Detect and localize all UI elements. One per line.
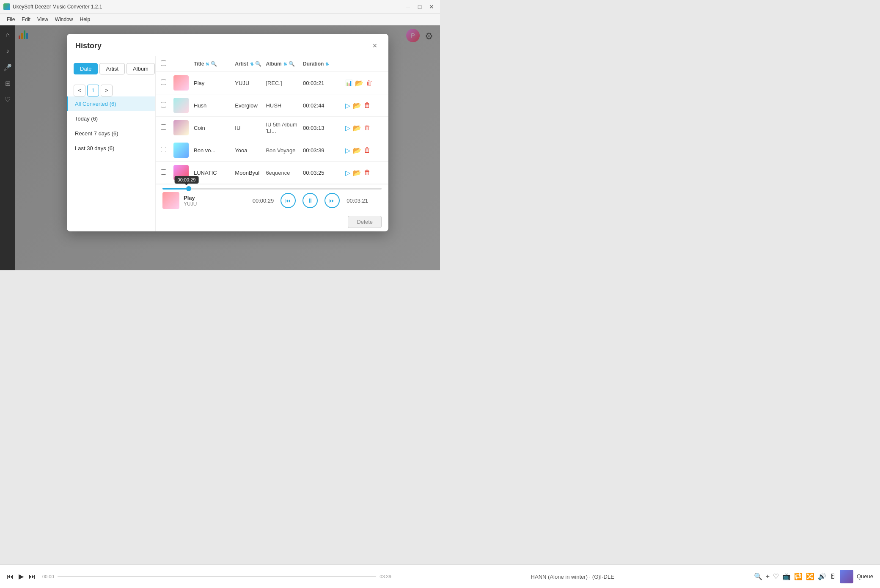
sidebar: ⌂ ♪ 🎤 ⊞ ♡	[0, 25, 15, 270]
row3-artist: IU	[235, 125, 266, 131]
pagination: < 1 >	[67, 85, 155, 96]
row1-delete-icon[interactable]: 🗑	[366, 79, 373, 87]
row5-play-icon[interactable]: ▷	[345, 169, 350, 177]
menu-view[interactable]: View	[34, 15, 52, 24]
album-search-icon[interactable]: 🔍	[289, 61, 295, 67]
row5-album: 6equence	[266, 170, 303, 176]
maximize-button[interactable]: □	[415, 2, 425, 12]
prev-track-button[interactable]: ⏮	[280, 193, 296, 208]
nav-all-converted[interactable]: All Converted (6)	[67, 96, 155, 111]
row5-checkbox[interactable]	[161, 169, 166, 175]
delete-button[interactable]: Delete	[348, 216, 382, 228]
background: ⚙ P History ×	[15, 25, 440, 270]
row2-checkbox[interactable]	[161, 102, 166, 107]
row5-title: LUNATIC	[194, 170, 235, 176]
row5-actions: ▷ 📂 🗑	[345, 169, 383, 177]
row3-folder-icon[interactable]: 📂	[353, 124, 361, 132]
row1-album: [REC.]	[266, 80, 303, 86]
window-controls: ─ □ ✕	[403, 2, 437, 12]
row1-title: Play	[194, 80, 235, 86]
filter-artist-tab[interactable]: Artist	[99, 63, 125, 74]
table-row: Hush Everglow HUSH 00:02:44 ▷ 📂 🗑	[156, 94, 388, 117]
nav-today[interactable]: Today (6)	[67, 111, 155, 126]
sidebar-mic-icon[interactable]: 🎤	[1, 61, 14, 74]
row3-checkbox[interactable]	[161, 124, 166, 130]
row1-thumb	[173, 75, 190, 91]
menu-file[interactable]: File	[3, 15, 18, 24]
sidebar-heart-icon[interactable]: ♡	[1, 93, 14, 106]
header-album: Album ⇅ 🔍	[266, 61, 303, 67]
row3-play-icon[interactable]: ▷	[345, 124, 350, 132]
row3-delete-icon[interactable]: 🗑	[364, 124, 371, 132]
row1-checkbox[interactable]	[161, 80, 166, 85]
menu-help[interactable]: Help	[77, 15, 94, 24]
row4-album: Bon Voyage	[266, 147, 303, 154]
next-page-button[interactable]: >	[101, 85, 113, 96]
progress-track[interactable]	[162, 188, 382, 190]
row3-duration: 00:03:13	[303, 125, 345, 131]
title-sort-icon[interactable]: ⇅	[206, 62, 209, 66]
menu-edit[interactable]: Edit	[18, 15, 34, 24]
app-title: UkeySoft Deezer Music Converter 1.2.1	[13, 4, 403, 10]
row2-thumb	[173, 98, 190, 113]
history-modal: History × Date Artist Album	[67, 34, 388, 231]
next-track-button[interactable]: ⏭	[324, 193, 340, 208]
header-title: Title ⇅ 🔍	[194, 61, 235, 67]
player-current-title: Play	[184, 195, 197, 201]
menu-window[interactable]: Window	[52, 15, 77, 24]
header-duration: Duration ⇅	[303, 61, 345, 67]
row4-play-icon[interactable]: ▷	[345, 146, 350, 154]
filter-date-tab[interactable]: Date	[74, 63, 98, 74]
total-time-display: 00:03:21	[346, 198, 368, 204]
minimize-button[interactable]: ─	[403, 2, 413, 12]
row2-play-icon[interactable]: ▷	[345, 102, 350, 110]
close-button[interactable]: ✕	[426, 2, 437, 12]
sidebar-music-icon[interactable]: ♪	[1, 45, 14, 58]
row2-folder-icon[interactable]: 📂	[353, 102, 361, 110]
row4-checkbox[interactable]	[161, 147, 166, 152]
prev-page-button[interactable]: <	[74, 85, 85, 96]
table-row: Play YUJU [REC.] 00:03:21 📊 📂 🗑	[156, 72, 388, 94]
pause-button[interactable]: ⏸	[302, 193, 318, 208]
row4-title: Bon vo...	[194, 147, 235, 154]
app-icon	[3, 3, 10, 10]
row3-album: IU 5th Album 'LI...	[266, 121, 303, 134]
select-all-checkbox[interactable]	[161, 60, 166, 66]
progress-fill	[162, 188, 189, 190]
title-search-icon[interactable]: 🔍	[211, 61, 217, 67]
row4-check	[161, 147, 173, 154]
header-check	[161, 60, 173, 67]
modal-close-button[interactable]: ×	[370, 41, 380, 51]
row1-folder-icon[interactable]: 📂	[355, 79, 363, 87]
row4-delete-icon[interactable]: 🗑	[364, 146, 371, 154]
artist-sort-icon[interactable]: ⇅	[250, 62, 253, 66]
row1-thumbnail	[173, 75, 189, 91]
row4-folder-icon[interactable]: 📂	[353, 146, 361, 154]
album-sort-icon[interactable]: ⇅	[283, 62, 287, 66]
duration-sort-icon[interactable]: ⇅	[325, 62, 329, 66]
filter-album-tab[interactable]: Album	[126, 63, 155, 74]
row5-folder-icon[interactable]: 📂	[353, 169, 361, 177]
row2-title: Hush	[194, 102, 235, 109]
artist-search-icon[interactable]: 🔍	[255, 61, 261, 67]
nav-recent-7[interactable]: Recent 7 days (6)	[67, 126, 155, 141]
row1-actions: 📊 📂 🗑	[345, 79, 383, 87]
nav-last-30[interactable]: Last 30 days (6)	[67, 141, 155, 156]
row4-artist: Yooa	[235, 147, 266, 154]
current-page[interactable]: 1	[87, 85, 99, 96]
sidebar-grid-icon[interactable]: ⊞	[1, 77, 14, 90]
list-header: Title ⇅ 🔍 Artist ⇅ 🔍 A	[156, 56, 388, 72]
current-time-display: 00:00:29	[253, 198, 274, 204]
menu-bar: File Edit View Window Help	[0, 14, 440, 25]
row1-playing-icon[interactable]: 📊	[345, 80, 352, 86]
row3-thumb	[173, 120, 190, 135]
sidebar-home-icon[interactable]: ⌂	[1, 29, 14, 41]
row2-thumbnail	[173, 98, 189, 113]
player-current-thumb	[162, 192, 179, 209]
player-center: 00:00:29 ⏮ ⏸ ⏭ 00:03:21	[239, 193, 382, 208]
row2-delete-icon[interactable]: 🗑	[364, 102, 371, 109]
player-current-artist: YUJU	[184, 201, 197, 207]
content-area: ⚙ P History ×	[15, 25, 440, 270]
progress-thumb[interactable]	[186, 186, 191, 191]
row5-delete-icon[interactable]: 🗑	[364, 169, 371, 176]
